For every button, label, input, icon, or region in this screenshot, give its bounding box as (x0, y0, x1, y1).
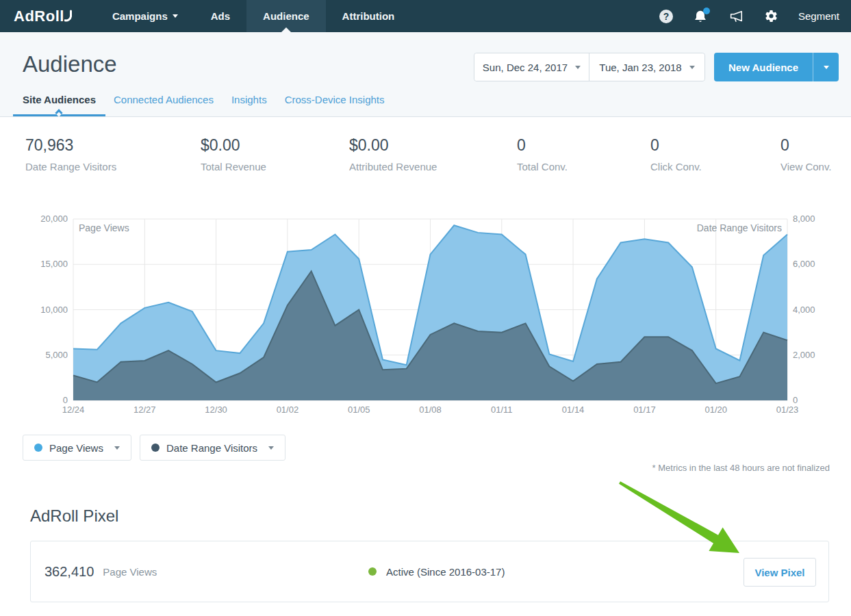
settings-gear-icon[interactable] (764, 9, 778, 23)
active-tab-underline (13, 114, 105, 116)
view-pixel-button[interactable]: View Pixel (744, 558, 816, 587)
start-date-dropdown[interactable]: Sun, Dec 24, 2017 (474, 53, 589, 81)
active-nav-notch (281, 27, 291, 32)
account-menu[interactable]: Segment (798, 10, 839, 22)
tab-cross-device-insights[interactable]: Cross-Device Insights (285, 94, 385, 116)
nav-utilities: ? Segment (659, 9, 851, 24)
svg-text:01/08: 01/08 (419, 405, 442, 415)
stat-label: Total Conv. (517, 161, 568, 172)
svg-text:8,000: 8,000 (793, 214, 815, 224)
svg-text:01/14: 01/14 (562, 405, 585, 415)
stat-label: View Conv. (780, 161, 831, 172)
chevron-down-icon (824, 66, 829, 69)
tab-label: Insights (231, 94, 267, 105)
svg-text:12/24: 12/24 (62, 405, 85, 415)
svg-text:01/11: 01/11 (491, 405, 513, 415)
adroll-logo[interactable]: AdRoll (14, 8, 73, 25)
announcements-megaphone-icon[interactable] (728, 9, 744, 24)
primary-nav: Campaigns Ads Audience Attribution (96, 0, 411, 32)
active-tab-peak (55, 109, 63, 116)
gear-glyph (764, 9, 778, 23)
legend-date-range-visitors-dropdown[interactable]: Date Range Visitors (140, 435, 285, 461)
summary-stats: 70,963 Date Range Visitors $0.00 Total R… (0, 136, 851, 184)
svg-text:12/27: 12/27 (134, 405, 156, 415)
pixel-heading: AdRoll Pixel (30, 506, 118, 526)
stat-value: 0 (650, 136, 702, 155)
stat-attributed-revenue: $0.00 Attributed Revenue (349, 136, 437, 172)
area-chart-canvas: 005,0002,00010,0004,00015,0006,00020,000… (0, 214, 851, 420)
legend-page-views-dropdown[interactable]: Page Views (23, 435, 131, 461)
legend-label: Page Views (49, 442, 103, 454)
end-date-dropdown[interactable]: Tue, Jan 23, 2018 (589, 53, 704, 81)
traffic-chart: 005,0002,00010,0004,00015,0006,00020,000… (0, 214, 851, 420)
new-audience-split-button: New Audience (714, 53, 839, 81)
svg-text:12/30: 12/30 (205, 405, 227, 415)
nav-item-ads[interactable]: Ads (194, 0, 246, 32)
nav-item-attribution[interactable]: Attribution (326, 0, 411, 32)
svg-text:01/02: 01/02 (277, 405, 299, 415)
chevron-down-icon (268, 446, 274, 450)
end-date-value: Tue, Jan 23, 2018 (599, 62, 681, 73)
status-active-dot (368, 567, 377, 576)
pixel-page-views-label: Page Views (103, 566, 157, 578)
stat-label: Click Conv. (650, 161, 702, 172)
svg-text:0: 0 (63, 395, 68, 405)
adroll-logo-text: AdRoll (14, 8, 64, 25)
pixel-status: Active (Since 2016-03-17) (368, 566, 505, 578)
chevron-down-icon (114, 446, 120, 450)
svg-text:01/20: 01/20 (704, 405, 727, 415)
page-header: Audience Sun, Dec 24, 2017 Tue, Jan 23, … (0, 32, 851, 117)
nav-item-audience[interactable]: Audience (246, 0, 326, 32)
stat-value: 0 (780, 136, 831, 155)
svg-text:Page Views: Page Views (79, 222, 129, 233)
chevron-down-icon (575, 66, 581, 69)
tab-connected-audiences[interactable]: Connected Audiences (114, 94, 214, 116)
page-title: Audience (23, 51, 117, 77)
tab-insights[interactable]: Insights (231, 94, 267, 116)
nav-item-campaigns[interactable]: Campaigns (96, 0, 194, 32)
notifications-bell-icon[interactable] (693, 9, 708, 24)
stat-click-conv: 0 Click Conv. (650, 136, 702, 172)
tab-label: Connected Audiences (114, 94, 214, 105)
svg-text:6,000: 6,000 (793, 259, 815, 269)
stat-date-range-visitors: 70,963 Date Range Visitors (25, 136, 116, 172)
stat-value: 0 (517, 136, 568, 155)
pixel-status-text: Active (Since 2016-03-17) (386, 566, 505, 578)
tab-site-audiences[interactable]: Site Audiences (23, 94, 96, 116)
svg-text:01/23: 01/23 (776, 405, 799, 415)
svg-text:01/17: 01/17 (633, 405, 656, 415)
new-audience-button[interactable]: New Audience (714, 53, 813, 81)
stat-value: $0.00 (349, 136, 437, 155)
metrics-note: * Metrics in the last 48 hours are not f… (652, 463, 830, 473)
stat-value: $0.00 (201, 136, 266, 155)
help-icon[interactable]: ? (659, 10, 673, 23)
notification-badge (703, 8, 710, 14)
start-date-value: Sun, Dec 24, 2017 (483, 62, 568, 73)
audience-tabs: Site Audiences Connected Audiences Insig… (23, 94, 385, 116)
adroll-logo-curl-icon (64, 10, 73, 22)
nav-item-label: Attribution (342, 10, 395, 22)
svg-text:2,000: 2,000 (793, 350, 815, 360)
legend-label: Date Range Visitors (166, 442, 257, 454)
megaphone-glyph (728, 9, 744, 24)
svg-text:4,000: 4,000 (793, 305, 815, 315)
nav-item-label: Campaigns (112, 10, 168, 22)
chevron-down-icon (173, 14, 178, 18)
date-range-visitors-swatch (151, 444, 160, 452)
svg-text:Date Range Visitors: Date Range Visitors (697, 222, 782, 233)
stat-total-revenue: $0.00 Total Revenue (201, 136, 266, 172)
nav-item-label: Audience (263, 10, 309, 22)
new-audience-dropdown-toggle[interactable] (813, 53, 839, 81)
svg-text:10,000: 10,000 (40, 305, 68, 315)
page-views-swatch (34, 444, 42, 452)
stat-label: Date Range Visitors (25, 161, 116, 172)
svg-text:20,000: 20,000 (40, 214, 68, 224)
top-nav: AdRoll Campaigns Ads Audience Attributio… (0, 0, 851, 32)
stat-label: Attributed Revenue (349, 161, 437, 172)
stat-view-conv: 0 View Conv. (780, 136, 831, 172)
adroll-audience-page: AdRoll Campaigns Ads Audience Attributio… (0, 0, 851, 616)
nav-item-label: Ads (211, 10, 230, 22)
chevron-down-icon (689, 66, 695, 69)
date-range-picker: Sun, Dec 24, 2017 Tue, Jan 23, 2018 (474, 53, 705, 81)
svg-text:15,000: 15,000 (40, 259, 68, 269)
